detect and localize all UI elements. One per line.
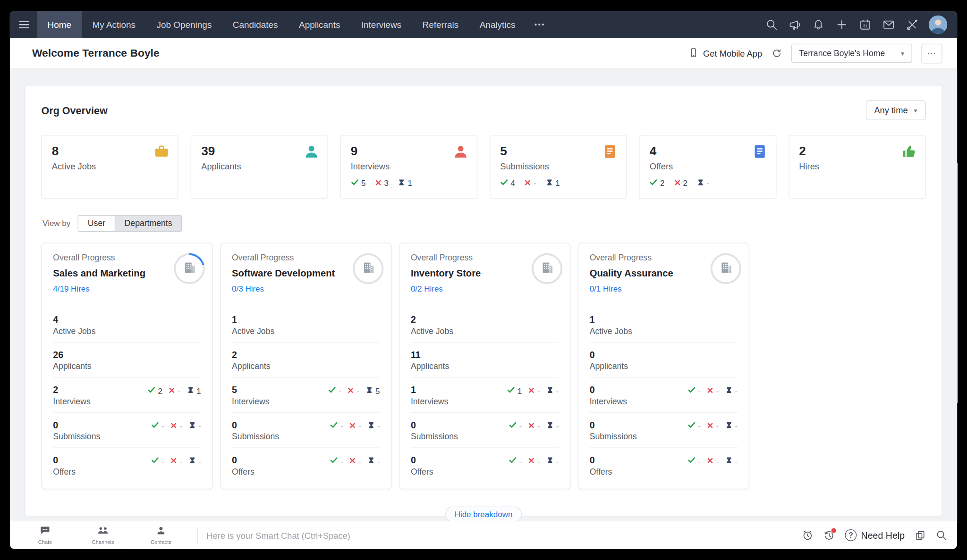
check-icon: [151, 456, 159, 466]
stat-card-interviews[interactable]: 9Interviews531: [340, 135, 477, 199]
dept-stat-row: 0Submissions---: [411, 412, 559, 447]
nav-item-candidates[interactable]: Candidates: [222, 11, 288, 38]
refresh-icon[interactable]: [772, 48, 782, 59]
cross-icon: [707, 386, 713, 395]
divider: [197, 527, 198, 544]
mail-icon[interactable]: [882, 18, 895, 31]
pending-count: -: [697, 178, 710, 188]
department-name: Quality Assurance: [590, 268, 702, 279]
nav-item-interviews[interactable]: Interviews: [351, 11, 412, 38]
done-count: 2: [147, 386, 162, 396]
missed-count: -: [349, 421, 361, 431]
time-filter-dropdown[interactable]: Any time ▾: [865, 100, 925, 120]
stat-value: 4: [650, 144, 766, 159]
dept-stat-row: 2Interviews2-1: [53, 377, 201, 412]
pending-count: 1: [187, 386, 201, 396]
doc-blue-icon: [752, 143, 768, 159]
row-value: 2: [411, 314, 453, 325]
missed-count: 3: [375, 178, 389, 188]
history-icon[interactable]: [823, 529, 835, 541]
get-mobile-app-button[interactable]: Get Mobile App: [688, 47, 762, 59]
row-value: 0: [411, 455, 433, 465]
person-red-icon: [453, 143, 469, 159]
row-breakdown: --5: [328, 386, 380, 396]
row-value: 0: [590, 419, 637, 430]
nav-item-analytics[interactable]: Analytics: [469, 11, 526, 38]
stat-card-applicants[interactable]: 39Applicants: [191, 135, 328, 199]
stat-card-active-jobs[interactable]: 8Active Jobs: [42, 135, 178, 199]
home-view-selector[interactable]: Terrance Boyle's Home ▾: [791, 44, 912, 63]
row-value: 5: [232, 384, 269, 395]
department-card-quality-assurance[interactable]: Overall ProgressQuality Assurance0/1 Hir…: [578, 243, 749, 489]
nav-more-button[interactable]: •••: [526, 21, 554, 28]
hires-link[interactable]: 0/3 Hires: [232, 284, 264, 293]
announcement-icon[interactable]: [788, 18, 801, 31]
help-icon: ?: [845, 529, 857, 541]
hires-link[interactable]: 0/2 Hires: [411, 284, 443, 293]
nav-item-home[interactable]: Home: [37, 11, 82, 38]
cross-icon: [169, 386, 175, 395]
cross-icon: [707, 421, 713, 431]
contacts-icon: [155, 525, 167, 539]
nav-item-job-openings[interactable]: Job Openings: [146, 11, 222, 38]
department-card-sales-and-marketing[interactable]: Overall ProgressSales and Marketing4/19 …: [42, 243, 213, 489]
dept-stat-row: 2Applicants: [232, 342, 380, 377]
dept-stat-row: 0Offers---: [53, 447, 201, 482]
row-value: 0: [590, 455, 612, 465]
stat-card-hires[interactable]: 2Hires: [789, 135, 925, 199]
row-value: 2: [232, 350, 270, 360]
hourglass-icon: [725, 386, 733, 395]
alarm-clock-icon[interactable]: [802, 529, 814, 541]
view-by-departments-tab[interactable]: Departments: [115, 216, 181, 231]
hires-link[interactable]: 0/1 Hires: [590, 284, 622, 293]
done-count: 1: [507, 386, 522, 396]
calendar-icon[interactable]: 31: [858, 18, 871, 31]
view-by-user-tab[interactable]: User: [78, 216, 114, 231]
dept-stat-row: 2Active Jobs: [411, 308, 559, 342]
hourglass-icon: [546, 456, 554, 466]
zoom-search-icon[interactable]: [935, 529, 947, 541]
hourglass-icon: [546, 421, 554, 431]
tool-label: Contacts: [151, 539, 171, 545]
department-card-inventory-store[interactable]: Overall ProgressInventory Store0/2 Hires…: [399, 243, 570, 489]
department-card-software-development[interactable]: Overall ProgressSoftware Development0/3 …: [220, 243, 391, 489]
missed-count: -: [524, 178, 536, 188]
stat-card-submissions[interactable]: 5Submissions4-1: [490, 135, 627, 199]
tools-icon[interactable]: [905, 18, 918, 31]
nav-item-referrals[interactable]: Referrals: [412, 11, 469, 38]
chats-button[interactable]: Chats: [16, 525, 74, 545]
need-help-button[interactable]: ? Need Help: [845, 529, 905, 541]
user-avatar[interactable]: [929, 16, 947, 34]
notifications-bell-icon[interactable]: [812, 18, 824, 31]
row-breakdown: ---: [509, 421, 559, 431]
nav-item-my-actions[interactable]: My Actions: [82, 11, 146, 38]
hamburger-menu-icon[interactable]: [10, 21, 37, 28]
add-plus-icon[interactable]: [835, 18, 848, 31]
row-label: Submissions: [232, 432, 279, 442]
hourglass-icon: [697, 178, 704, 188]
stat-label: Submissions: [500, 161, 616, 171]
hires-link[interactable]: 4/19 Hires: [53, 284, 89, 293]
nav-item-applicants[interactable]: Applicants: [288, 11, 351, 38]
search-icon[interactable]: [765, 18, 778, 31]
hide-breakdown-link[interactable]: Hide breakdown: [445, 507, 522, 521]
dept-stat-row: 0Applicants: [590, 342, 738, 377]
missed-count: -: [528, 386, 540, 396]
done-count: 2: [650, 178, 665, 188]
stat-card-offers[interactable]: 4Offers22-: [639, 135, 776, 199]
missed-count: -: [707, 421, 719, 431]
clipboard-icon[interactable]: [915, 530, 926, 541]
hourglass-icon: [367, 421, 375, 431]
nav-items: HomeMy ActionsJob OpeningsCandidatesAppl…: [37, 11, 526, 38]
smart-chat-input[interactable]: [205, 530, 802, 541]
header-more-button[interactable]: ...: [921, 43, 942, 63]
dept-stat-row: 1Active Jobs: [232, 308, 380, 342]
row-label: Interviews: [232, 397, 269, 406]
row-label: Applicants: [232, 362, 270, 371]
stat-label: Interviews: [351, 161, 467, 171]
contacts-button[interactable]: Contacts: [132, 525, 190, 545]
channels-button[interactable]: Channels: [74, 525, 132, 545]
hourglass-icon: [188, 421, 196, 431]
overall-progress-label: Overall Progress: [590, 253, 702, 263]
stat-breakdown: 22-: [650, 178, 766, 188]
